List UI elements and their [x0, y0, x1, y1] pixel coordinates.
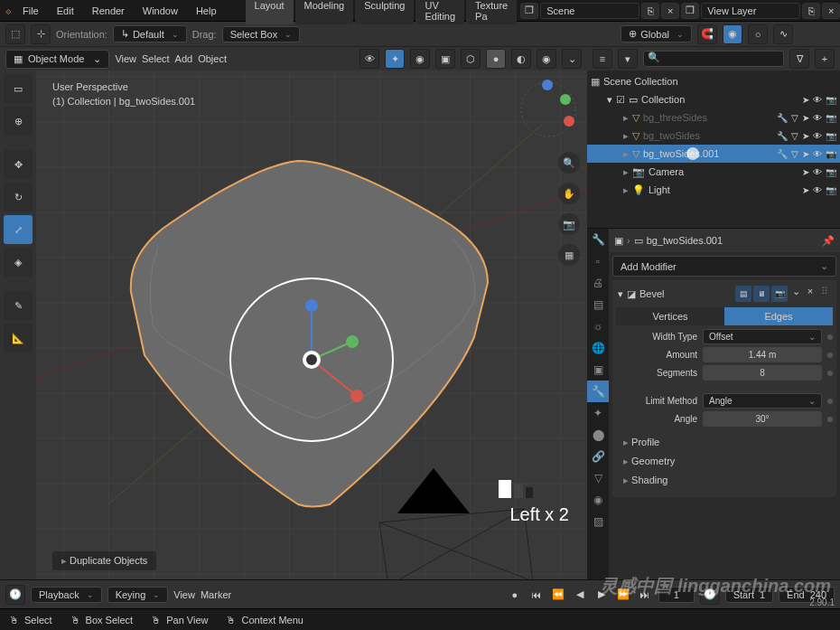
jump-prev-key-icon[interactable]: ⏪	[550, 587, 566, 603]
mod-realtime-icon[interactable]: 🖥	[753, 286, 770, 302]
scene-new-icon[interactable]: ⎘	[641, 3, 659, 19]
ptab-object[interactable]: ▣	[587, 359, 609, 381]
add-modifier-dropdown[interactable]: Add Modifier	[612, 256, 836, 277]
menu-help[interactable]: Help	[189, 4, 224, 18]
timeline-marker[interactable]: Marker	[201, 589, 231, 600]
mod-close-icon[interactable]: ×	[804, 286, 817, 302]
anim-dot[interactable]	[827, 399, 833, 404]
tab-uv[interactable]: UV Editing	[415, 0, 464, 24]
tree-item-4[interactable]: ▸💡Light➤👁📷	[587, 181, 840, 199]
shading-solid-icon[interactable]: ●	[486, 49, 506, 69]
ptab-scene[interactable]: ☼	[587, 315, 609, 337]
pan-icon[interactable]: ✋	[558, 183, 580, 204]
play-icon[interactable]: ▶	[593, 587, 610, 603]
vp-menu-add[interactable]: Add	[175, 53, 193, 64]
viewlayer-input[interactable]: View Layer	[701, 3, 800, 19]
mod-editmode-icon[interactable]: ▤	[735, 286, 751, 302]
menu-edit[interactable]: Edit	[50, 4, 81, 18]
jump-end-icon[interactable]: ⏭	[637, 587, 653, 603]
camera-icon[interactable]: 📷	[826, 95, 836, 105]
tool-transform[interactable]: ◈	[4, 248, 33, 277]
sub-geometry[interactable]: Geometry	[623, 452, 826, 471]
tree-item-2[interactable]: ▸▽bg_twoSides.001🔧▽➤👁📷	[587, 145, 840, 163]
arrow-icon[interactable]: ➤	[802, 95, 809, 105]
play-rev-icon[interactable]: ◀	[572, 587, 588, 603]
xray-icon[interactable]: ▣	[435, 49, 455, 69]
limit-dropdown[interactable]: Angle	[703, 393, 822, 409]
jump-next-key-icon[interactable]: ⏩	[615, 587, 631, 603]
editor-type-icon[interactable]: ⬚	[5, 24, 25, 44]
ptab-physics[interactable]: ⬤	[587, 424, 609, 446]
shading-options-icon[interactable]: ⌄	[562, 49, 582, 69]
outliner-editor-icon[interactable]: ≡	[593, 49, 612, 69]
vp-menu-object[interactable]: Object	[198, 53, 227, 64]
ptab-constraint[interactable]: 🔗	[587, 446, 609, 467]
menu-render[interactable]: Render	[85, 4, 132, 18]
anim-dot[interactable]	[827, 417, 833, 422]
anim-dot[interactable]	[827, 353, 833, 358]
tool-measure[interactable]: 📐	[4, 324, 33, 353]
mod-render-icon[interactable]: 📷	[771, 286, 788, 302]
viewlayer-del-icon[interactable]: ×	[822, 3, 840, 19]
tree-collection[interactable]: ▾☑▭ Collection ➤👁📷	[587, 90, 840, 108]
angle-input[interactable]: 30°	[703, 411, 822, 427]
transform-orient-dropdown[interactable]: ⊕Global	[621, 25, 692, 42]
tab-modeling[interactable]: Modeling	[295, 0, 354, 24]
eye-icon[interactable]: 👁	[813, 95, 822, 105]
shading-matprev-icon[interactable]: ◐	[511, 49, 531, 69]
tool-rotate[interactable]: ↻	[4, 183, 33, 212]
drag-dropdown[interactable]: Select Box	[222, 26, 301, 42]
viewport[interactable]: User Perspective (1) Collection | bg_two…	[36, 71, 587, 579]
camera-view-icon[interactable]: 📷	[558, 213, 580, 235]
tree-item-3[interactable]: ▸📷Camera➤👁📷	[587, 163, 840, 181]
pin-icon[interactable]: 📌	[822, 235, 835, 247]
modifier-name[interactable]: Bevel	[639, 288, 665, 299]
tool-cursor[interactable]: ⊕	[4, 107, 33, 136]
autokey-icon[interactable]: ●	[507, 587, 523, 603]
tree-item-0[interactable]: ▸▽bg_threeSides🔧▽➤👁📷	[587, 108, 840, 127]
shading-wire-icon[interactable]: ⬡	[461, 49, 481, 69]
scene-del-icon[interactable]: ×	[661, 3, 679, 19]
snap-type-icon[interactable]: ◉	[723, 24, 742, 44]
ptab-texture[interactable]: ▨	[587, 511, 609, 532]
persp-ortho-icon[interactable]: ▦	[558, 244, 580, 266]
sub-shading[interactable]: Shading	[623, 471, 826, 490]
proportional-icon[interactable]: ○	[748, 24, 768, 44]
tab-layout[interactable]: Layout	[246, 0, 294, 24]
expand-icon[interactable]: ▾	[618, 288, 623, 300]
tab-texture[interactable]: Texture Pa	[466, 0, 517, 24]
outliner-filter-icon[interactable]: ∇	[789, 49, 809, 69]
anim-dot[interactable]	[827, 334, 833, 340]
tool-select-box[interactable]: ▭	[4, 74, 33, 103]
ptab-viewlayer[interactable]: ▤	[587, 294, 609, 315]
tab-sculpting[interactable]: Sculpting	[355, 0, 414, 24]
anim-dot[interactable]	[827, 371, 833, 376]
prop-type-icon[interactable]: ∿	[773, 24, 793, 44]
outliner-search[interactable]: 🔍	[643, 51, 784, 67]
playback-dropdown[interactable]: Playback	[31, 587, 102, 603]
ptab-output[interactable]: 🖨	[587, 272, 609, 294]
menu-file[interactable]: File	[15, 4, 46, 18]
ptab-render[interactable]: ▫	[587, 250, 609, 272]
clock-icon[interactable]: 🕐	[700, 585, 720, 605]
viewlayer-new-icon[interactable]: ⎘	[802, 3, 820, 19]
axis-z-icon[interactable]	[542, 80, 553, 90]
selectable-icon[interactable]: 👁	[359, 49, 379, 69]
ptab-particle[interactable]: ✦	[587, 402, 609, 424]
viewlayer-browse-icon[interactable]: ❒	[681, 3, 699, 19]
menu-window[interactable]: Window	[135, 4, 185, 18]
timeline-editor-icon[interactable]: 🕐	[5, 585, 25, 605]
nav-gizmo[interactable]	[517, 78, 580, 141]
axis-x-icon[interactable]	[564, 116, 574, 127]
scene-name-input[interactable]: Scene	[540, 3, 639, 19]
tool-move[interactable]: ✥	[4, 150, 33, 179]
orientation-dropdown[interactable]: ↳Default	[113, 25, 187, 42]
timeline-view[interactable]: View	[173, 589, 195, 600]
outliner-display-icon[interactable]: ▾	[618, 49, 638, 69]
shading-render-icon[interactable]: ◉	[537, 49, 556, 69]
vp-menu-view[interactable]: View	[115, 53, 136, 64]
tree-item-1[interactable]: ▸▽bg_twoSides🔧▽➤👁📷	[587, 127, 840, 145]
snap-icon[interactable]: 🧲	[697, 24, 717, 44]
ptab-mesh[interactable]: ▽	[587, 467, 609, 489]
tool-scale[interactable]: ⤢	[4, 215, 33, 244]
